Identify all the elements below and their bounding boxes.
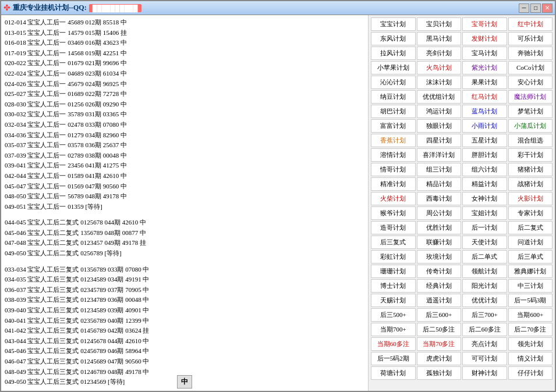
plan-button[interactable]: 问道计划 — [508, 236, 553, 249]
plan-button[interactable]: 情义计划 — [508, 352, 553, 365]
plan-button[interactable]: 优胜计划 — [417, 221, 462, 234]
plan-button[interactable]: 周公计划 — [417, 206, 462, 220]
plan-button[interactable]: 沁沁计划 — [371, 76, 416, 89]
plan-button[interactable]: 后二复式 — [508, 221, 553, 234]
plan-button[interactable]: 领先计划 — [508, 337, 553, 351]
data-list[interactable]: 012-014 宝宝人工后一 45689 012期 85518 中013-015… — [1, 15, 368, 391]
plan-button[interactable]: 后三700+ — [462, 308, 507, 322]
plan-button[interactable]: 专家计划 — [508, 206, 553, 220]
plan-button[interactable]: 彩干计划 — [508, 148, 553, 162]
plan-button[interactable]: 可乐计划 — [508, 32, 553, 45]
plan-button[interactable]: 仔仔计划 — [508, 366, 553, 380]
plan-button[interactable]: 猪猪计划 — [508, 163, 553, 176]
minimize-button[interactable]: ─ — [519, 3, 529, 13]
plan-button[interactable]: 紫光计划 — [462, 61, 507, 74]
plan-button[interactable]: 孤独计划 — [417, 366, 462, 380]
plan-button[interactable]: 雅典娜计划 — [508, 265, 553, 278]
plan-button[interactable]: 当期700+ — [371, 323, 416, 336]
plan-button[interactable]: 小蒲瓜计划 — [508, 119, 553, 133]
plan-button[interactable]: 后三500+ — [371, 308, 416, 322]
plan-button[interactable]: 荷塘计划 — [371, 366, 416, 380]
plan-button[interactable]: 火影计划 — [508, 192, 553, 205]
plan-button[interactable]: 魔法师计划 — [508, 90, 553, 104]
plan-button[interactable]: 西毒计划 — [417, 192, 462, 205]
plan-button[interactable]: 优优计划 — [462, 294, 507, 307]
plan-button[interactable]: 精准计划 — [371, 177, 416, 191]
plan-button[interactable]: 组三计划 — [417, 163, 462, 176]
plan-button[interactable]: 后二单式 — [462, 250, 507, 263]
plan-button[interactable]: 后一5码2期 — [371, 352, 416, 365]
plan-button[interactable]: 可可计划 — [462, 352, 507, 365]
plan-button[interactable]: 精品计划 — [417, 177, 462, 191]
plan-button[interactable]: 红中计划 — [508, 17, 553, 31]
plan-button[interactable]: 联赚计划 — [417, 236, 462, 249]
plan-button[interactable]: 宝贝计划 — [417, 17, 462, 31]
plan-button[interactable]: 后二50多注 — [417, 323, 462, 336]
plan-button[interactable]: 女神计划 — [462, 192, 507, 205]
plan-button[interactable]: 富富计划 — [371, 119, 416, 133]
plan-button[interactable]: 优优组计划 — [417, 90, 462, 104]
plan-button[interactable]: 黑马计划 — [417, 32, 462, 45]
plan-button[interactable]: 情哥计划 — [371, 163, 416, 176]
plan-button[interactable]: 阳光计划 — [462, 279, 507, 293]
plan-button[interactable]: 香蕉计划 — [371, 134, 416, 147]
plan-button[interactable]: 传奇计划 — [417, 265, 462, 278]
plan-button[interactable]: 五星计划 — [462, 134, 507, 147]
plan-button[interactable]: 当期70多注 — [417, 337, 462, 351]
plan-button[interactable]: 梦笔计划 — [508, 105, 553, 118]
plan-button[interactable]: 胖胆计划 — [462, 148, 507, 162]
maximize-button[interactable]: □ — [530, 3, 541, 13]
plan-button[interactable]: 喜洋洋计划 — [417, 148, 462, 162]
plan-button[interactable]: 后一5码3期 — [508, 294, 553, 307]
plan-button[interactable]: 猴爷计划 — [371, 206, 416, 220]
plan-button[interactable]: 天赐计划 — [371, 294, 416, 307]
plan-button[interactable]: 财神计划 — [462, 366, 507, 380]
plan-button[interactable]: 经典计划 — [417, 279, 462, 293]
plan-button[interactable]: 后二60多注 — [462, 323, 507, 336]
plan-button[interactable]: 果果计划 — [462, 76, 507, 89]
plan-button[interactable]: 中三计划 — [508, 279, 553, 293]
plan-button[interactable]: 东风计划 — [371, 32, 416, 45]
plan-button[interactable]: 混合组选 — [508, 134, 553, 147]
plan-button[interactable]: 溶情计划 — [371, 148, 416, 162]
plan-button[interactable]: 精益计划 — [462, 177, 507, 191]
plan-button[interactable]: 组六计划 — [462, 163, 507, 176]
plan-button[interactable]: 小雨计划 — [462, 119, 507, 133]
plan-button[interactable]: 安心计划 — [508, 76, 553, 89]
plan-button[interactable]: 后一计划 — [462, 221, 507, 234]
plan-button[interactable]: 发财计划 — [462, 32, 507, 45]
plan-button[interactable]: 后三复式 — [371, 236, 416, 249]
plan-button[interactable]: 当期60多注 — [371, 337, 416, 351]
plan-button[interactable]: 火鸟计划 — [417, 61, 462, 74]
plan-button[interactable]: 沫沫计划 — [417, 76, 462, 89]
plan-button[interactable]: 四星计划 — [417, 134, 462, 147]
plan-button[interactable]: 纳豆计划 — [371, 90, 416, 104]
plan-button[interactable]: 领航计划 — [462, 265, 507, 278]
plan-button[interactable]: 博士计划 — [371, 279, 416, 293]
plan-button[interactable]: 亮点计划 — [462, 337, 507, 351]
plan-button[interactable]: CoCo计划 — [508, 61, 553, 74]
plan-button[interactable]: 玫境计划 — [417, 250, 462, 263]
plan-button[interactable]: 天使计划 — [462, 236, 507, 249]
plan-button[interactable]: 造哥计划 — [371, 221, 416, 234]
plan-button[interactable]: 逍遥计划 — [417, 294, 462, 307]
plan-button[interactable]: 蓝鸟计划 — [462, 105, 507, 118]
plan-button[interactable]: 火柴计划 — [371, 192, 416, 205]
plan-button[interactable]: 宝宝计划 — [371, 17, 416, 31]
plan-button[interactable]: 后三600+ — [417, 308, 462, 322]
plan-button[interactable]: 小苹果计划 — [371, 61, 416, 74]
plan-button[interactable]: 宝哥计划 — [462, 17, 507, 31]
plan-button[interactable]: 当期600+ — [508, 308, 553, 322]
plan-button[interactable]: 独眼计划 — [417, 119, 462, 133]
plan-button[interactable]: 彩虹计划 — [371, 250, 416, 263]
plan-button[interactable]: 虎虎计划 — [417, 352, 462, 365]
plan-button[interactable]: 宝马计划 — [462, 47, 507, 60]
plan-button[interactable]: 战猪计划 — [508, 177, 553, 191]
plan-button[interactable]: 奔驰计划 — [508, 47, 553, 60]
plan-button[interactable]: 珊珊计划 — [371, 265, 416, 278]
plan-button[interactable]: 宝姐计划 — [462, 206, 507, 220]
close-button[interactable]: ✕ — [542, 3, 553, 13]
plan-button[interactable]: 后三单式 — [508, 250, 553, 263]
plan-button[interactable]: 红马计划 — [462, 90, 507, 104]
plan-button[interactable]: 胡巴计划 — [371, 105, 416, 118]
